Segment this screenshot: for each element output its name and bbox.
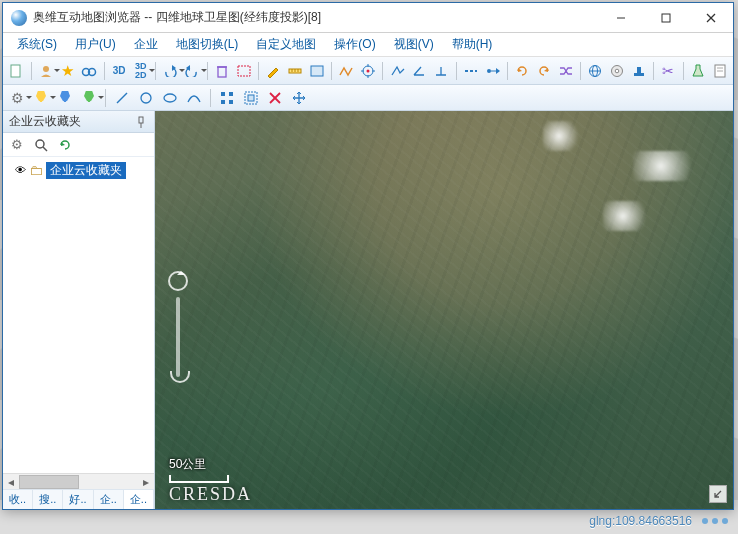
toolbar-sep [155,62,156,80]
page-icon[interactable] [710,61,729,81]
svg-point-17 [367,69,370,72]
target-icon[interactable] [359,61,378,81]
cloud-decoration [603,201,653,231]
map-viewport[interactable]: 50公里 CRESDA [155,111,733,509]
toolbar-sep [104,62,105,80]
pin-green-icon[interactable] [79,88,99,108]
circle-tool-icon[interactable] [136,88,156,108]
globe-icon[interactable] [586,61,605,81]
tab-favorites[interactable]: 收.. [3,490,33,509]
toolbar-sep [31,62,32,80]
toolbar-sep [258,62,259,80]
minimize-button[interactable] [598,3,643,32]
3d-icon[interactable]: 3D [110,61,129,81]
scroll-track[interactable] [19,475,138,489]
tab-search[interactable]: 搜.. [33,490,63,509]
close-button[interactable] [688,3,733,32]
line-tool-icon[interactable] [112,88,132,108]
rotate-ccw-icon[interactable] [535,61,554,81]
new-doc-icon[interactable] [7,61,26,81]
maximize-button[interactable] [643,3,688,32]
scroll-thumb[interactable] [19,475,79,489]
svg-rect-40 [221,100,225,104]
menu-user[interactable]: 用户(U) [67,33,124,56]
arrows-out-icon[interactable] [289,88,309,108]
tab-enterprise[interactable]: 企.. [94,490,124,509]
cloud-decoration [543,121,583,151]
status-dot-icon [712,518,718,524]
svg-rect-31 [637,67,641,73]
shuffle-icon[interactable] [556,61,575,81]
scroll-left-icon[interactable]: ◂ [3,475,19,489]
group-icon[interactable] [241,88,261,108]
disc-icon[interactable] [608,61,627,81]
zoom-slider[interactable] [176,297,180,377]
menu-help[interactable]: 帮助(H) [444,33,501,56]
star-icon[interactable]: ★ [58,61,77,81]
tree-item-label: 企业云收藏夹 [46,162,126,179]
gear-icon[interactable]: ⚙ [7,135,27,155]
toolbar-sep [210,89,211,107]
cross-icon[interactable] [265,88,285,108]
search-icon[interactable] [31,135,51,155]
rotate-cw-icon[interactable] [513,61,532,81]
toolbar-sep [507,62,508,80]
shape-toolbar: ⚙ [3,85,733,111]
curve-tool-icon[interactable] [184,88,204,108]
menu-view[interactable]: 视图(V) [386,33,442,56]
scroll-right-icon[interactable]: ▸ [138,475,154,489]
menu-enterprise[interactable]: 企业 [126,33,166,56]
svg-point-37 [164,94,176,102]
favorites-tree[interactable]: 👁 🗀 企业云收藏夹 [3,157,154,473]
status-dot-icon [722,518,728,524]
undo-icon[interactable] [161,61,180,81]
compass-needle-icon[interactable] [168,271,188,291]
stamp-icon[interactable] [629,61,648,81]
compass-control[interactable] [165,271,191,391]
ruler-icon[interactable] [286,61,305,81]
area-icon[interactable] [307,61,326,81]
svg-rect-38 [221,92,225,96]
menu-system[interactable]: 系统(S) [9,33,65,56]
angle-icon[interactable] [410,61,429,81]
tab-friends[interactable]: 好.. [63,490,93,509]
select-rect-icon[interactable] [234,61,253,81]
menu-custom-map[interactable]: 自定义地图 [248,33,324,56]
pin-blue-icon[interactable] [55,88,75,108]
pencil-icon[interactable] [264,61,283,81]
gear-icon[interactable]: ⚙ [7,88,27,108]
svg-point-48 [36,140,44,148]
svg-rect-30 [634,73,644,76]
redo-icon[interactable] [183,61,202,81]
binoculars-icon[interactable] [80,61,99,81]
menu-operate[interactable]: 操作(O) [326,33,383,56]
sidebar-hscrollbar[interactable]: ◂ ▸ [3,473,154,489]
statusbar: glng:109.84663516 [2,510,734,532]
nodes-icon[interactable] [217,88,237,108]
3d2d-icon[interactable]: 3D2D [131,61,150,81]
pin-panel-icon[interactable] [134,115,148,129]
scissors-icon[interactable]: ✂ [659,61,678,81]
user-icon[interactable] [37,61,56,81]
perpendicular-icon[interactable] [432,61,451,81]
refresh-icon[interactable] [55,135,75,155]
flask-icon[interactable] [689,61,708,81]
tree-root-item[interactable]: 👁 🗀 企业云收藏夹 [3,161,154,179]
dash-line-icon[interactable] [461,61,480,81]
expand-arrow-button[interactable] [709,485,727,503]
cloud-decoration [633,151,703,181]
polyline-icon[interactable] [388,61,407,81]
trash-icon[interactable] [213,61,232,81]
menu-map-switch[interactable]: 地图切换(L) [168,33,247,56]
status-indicators [702,518,728,524]
toolbar-sep [331,62,332,80]
sidebar-toolbar: ⚙ [3,133,154,157]
pin-yellow-icon[interactable] [31,88,51,108]
zigzag-icon[interactable] [337,61,356,81]
eye-icon[interactable]: 👁 [15,164,26,176]
ellipse-tool-icon[interactable] [160,88,180,108]
tab-enterprise-cloud[interactable]: 企.. [124,490,154,509]
toolbar-sep [653,62,654,80]
folder-icon: 🗀 [29,163,43,177]
dot-arrow-icon[interactable] [483,61,502,81]
